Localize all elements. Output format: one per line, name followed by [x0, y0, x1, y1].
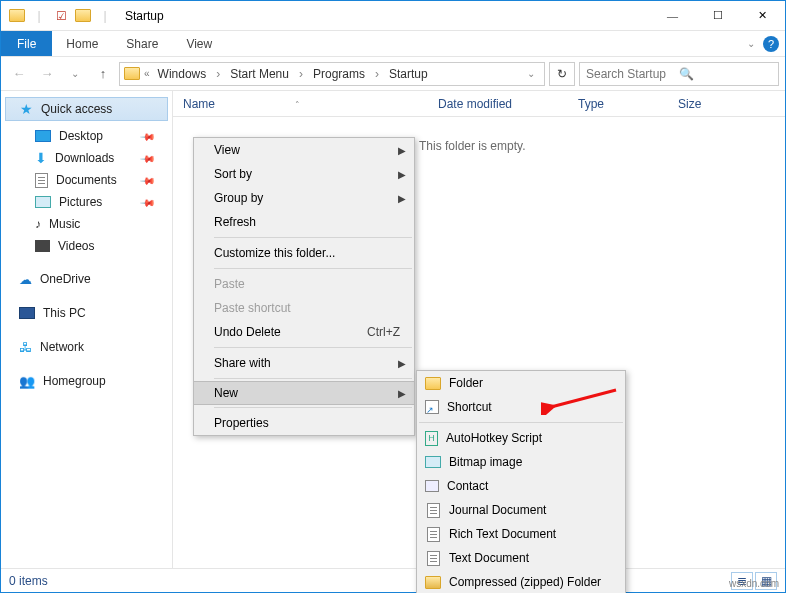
search-input[interactable]: Search Startup 🔍: [579, 62, 779, 86]
sidebar-item-documents[interactable]: Documents📌: [1, 169, 172, 191]
status-bar: 0 items ≣ ▦: [1, 568, 785, 592]
addr-dropdown-icon[interactable]: ⌄: [522, 68, 540, 79]
ctx-customize[interactable]: Customize this folder...: [194, 241, 414, 265]
pictures-icon: [35, 196, 51, 208]
column-date[interactable]: Date modified: [428, 97, 568, 111]
sidebar-item-music[interactable]: ♪Music: [1, 213, 172, 235]
tab-home[interactable]: Home: [52, 31, 112, 56]
txt-icon: [425, 550, 441, 566]
ctx-sortby[interactable]: Sort by▶: [194, 162, 414, 186]
context-menu: View▶ Sort by▶ Group by▶ Refresh Customi…: [193, 137, 415, 436]
ctx-undo-delete[interactable]: Undo DeleteCtrl+Z: [194, 320, 414, 344]
sidebar-label: Homegroup: [43, 374, 106, 388]
chevron-right-icon: ▶: [398, 193, 406, 204]
refresh-button[interactable]: ↻: [549, 62, 575, 86]
music-icon: ♪: [35, 217, 41, 231]
ctx-share[interactable]: Share with▶: [194, 351, 414, 375]
new-journal[interactable]: Journal Document: [417, 498, 625, 522]
ctx-paste-shortcut: Paste shortcut: [194, 296, 414, 320]
chevron-right-icon: ▶: [398, 358, 406, 369]
window-title: Startup: [115, 9, 650, 23]
ribbon-collapse-icon[interactable]: ⌄: [747, 38, 755, 49]
chevron-right-icon: ▶: [398, 145, 406, 156]
sidebar-label: Quick access: [41, 102, 112, 116]
sidebar-item-videos[interactable]: Videos: [1, 235, 172, 257]
shortcut-icon: ↗: [425, 400, 439, 414]
separator: [214, 407, 412, 408]
column-type[interactable]: Type: [568, 97, 668, 111]
sidebar-label: Music: [49, 217, 80, 231]
sidebar-label: OneDrive: [40, 272, 91, 286]
ctx-new[interactable]: New▶: [193, 381, 415, 405]
cloud-icon: ☁: [19, 272, 32, 287]
network-icon: 🖧: [19, 340, 32, 355]
column-name[interactable]: Name˄: [173, 97, 428, 111]
history-chevron-icon[interactable]: «: [144, 68, 150, 79]
separator: [214, 268, 412, 269]
folder-icon[interactable]: [7, 6, 27, 26]
new-rtf[interactable]: Rich Text Document: [417, 522, 625, 546]
sidebar-item-pictures[interactable]: Pictures📌: [1, 191, 172, 213]
crumb[interactable]: Startup: [385, 67, 432, 81]
sidebar-label: Pictures: [59, 195, 102, 209]
sidebar-item-network[interactable]: 🖧Network: [1, 335, 172, 359]
sidebar-item-onedrive[interactable]: ☁OneDrive: [1, 267, 172, 291]
explorer-window: | ☑ | Startup — ☐ ✕ File Home Share View…: [0, 0, 786, 593]
qat-properties-icon[interactable]: ☑: [51, 6, 71, 26]
tab-share[interactable]: Share: [112, 31, 172, 56]
pin-icon: 📌: [140, 172, 156, 188]
ctx-refresh[interactable]: Refresh: [194, 210, 414, 234]
window-controls: — ☐ ✕: [650, 1, 785, 30]
titlebar: | ☑ | Startup — ☐ ✕: [1, 1, 785, 31]
crumb[interactable]: Programs: [309, 67, 369, 81]
sort-indicator-icon: ˄: [295, 100, 300, 110]
new-txt[interactable]: Text Document: [417, 546, 625, 570]
ahk-icon: H: [425, 431, 438, 446]
new-folder[interactable]: Folder: [417, 371, 625, 395]
pc-icon: [19, 307, 35, 319]
new-shortcut[interactable]: ↗Shortcut: [417, 395, 625, 419]
crumb[interactable]: Start Menu: [226, 67, 293, 81]
forward-button[interactable]: →: [35, 62, 59, 86]
back-button[interactable]: ←: [7, 62, 31, 86]
new-zip[interactable]: Compressed (zipped) Folder: [417, 570, 625, 593]
homegroup-icon: 👥: [19, 374, 35, 389]
address-row: ← → ⌄ ↑ « Windows › Start Menu › Program…: [1, 57, 785, 91]
ctx-groupby[interactable]: Group by▶: [194, 186, 414, 210]
shortcut-label: Ctrl+Z: [367, 325, 400, 339]
ctx-properties[interactable]: Properties: [194, 411, 414, 435]
sidebar-label: Downloads: [55, 151, 114, 165]
new-submenu: Folder ↗Shortcut HAutoHotkey Script Bitm…: [416, 370, 626, 593]
minimize-button[interactable]: —: [650, 1, 695, 30]
sidebar-item-homegroup[interactable]: 👥Homegroup: [1, 369, 172, 393]
tab-view[interactable]: View: [172, 31, 226, 56]
chevron-right-icon: ›: [297, 67, 305, 81]
sidebar-item-downloads[interactable]: ⬇Downloads📌: [1, 147, 172, 169]
address-bar[interactable]: « Windows › Start Menu › Programs › Star…: [119, 62, 545, 86]
maximize-button[interactable]: ☐: [695, 1, 740, 30]
sidebar-item-thispc[interactable]: This PC: [1, 301, 172, 325]
close-button[interactable]: ✕: [740, 1, 785, 30]
ribbon-tabs: File Home Share View ⌄ ?: [1, 31, 785, 57]
column-size[interactable]: Size: [668, 97, 785, 111]
recent-locations-icon[interactable]: ⌄: [63, 62, 87, 86]
qat-newfolder-icon[interactable]: [73, 6, 93, 26]
sidebar-item-desktop[interactable]: Desktop📌: [1, 125, 172, 147]
help-icon[interactable]: ?: [763, 36, 779, 52]
document-icon: [35, 173, 48, 188]
sidebar-quick-access[interactable]: ★ Quick access: [5, 97, 168, 121]
pin-icon: 📌: [140, 194, 156, 210]
separator: [214, 347, 412, 348]
search-icon: 🔍: [679, 67, 772, 81]
crumb[interactable]: Windows: [154, 67, 211, 81]
column-headers: Name˄ Date modified Type Size: [173, 91, 785, 117]
new-bitmap[interactable]: Bitmap image: [417, 450, 625, 474]
file-tab[interactable]: File: [1, 31, 52, 56]
new-contact[interactable]: Contact: [417, 474, 625, 498]
sidebar-label: This PC: [43, 306, 86, 320]
new-ahk[interactable]: HAutoHotkey Script: [417, 426, 625, 450]
chevron-right-icon: ›: [214, 67, 222, 81]
up-button[interactable]: ↑: [91, 62, 115, 86]
bitmap-icon: [425, 454, 441, 470]
ctx-view[interactable]: View▶: [194, 138, 414, 162]
